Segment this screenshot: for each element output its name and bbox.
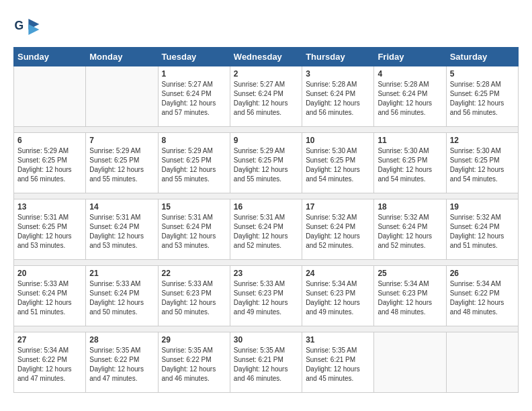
day-cell: 12Sunrise: 5:30 AM Sunset: 6:25 PM Dayli…: [446, 133, 518, 193]
day-cell: 9Sunrise: 5:29 AM Sunset: 6:25 PM Daylig…: [230, 133, 302, 193]
day-info: Sunrise: 5:28 AM Sunset: 6:25 PM Dayligh…: [450, 80, 515, 118]
day-cell: 13Sunrise: 5:31 AM Sunset: 6:25 PM Dayli…: [14, 199, 86, 260]
logo: G: [13, 13, 43, 40]
day-info: Sunrise: 5:35 AM Sunset: 6:22 PM Dayligh…: [162, 346, 226, 383]
day-number: 8: [162, 136, 226, 145]
day-number: 1: [162, 69, 226, 79]
day-cell: 7Sunrise: 5:29 AM Sunset: 6:25 PM Daylig…: [86, 133, 158, 193]
day-number: 12: [450, 136, 515, 145]
day-number: 27: [17, 335, 82, 345]
day-cell: 24Sunrise: 5:34 AM Sunset: 6:23 PM Dayli…: [302, 266, 374, 326]
day-number: 24: [306, 269, 370, 278]
day-info: Sunrise: 5:30 AM Sunset: 6:25 PM Dayligh…: [306, 146, 370, 184]
day-number: 28: [89, 335, 154, 345]
day-info: Sunrise: 5:35 AM Sunset: 6:21 PM Dayligh…: [234, 346, 298, 383]
day-number: 18: [378, 202, 442, 212]
svg-text:G: G: [15, 19, 24, 32]
day-cell: 4Sunrise: 5:28 AM Sunset: 6:24 PM Daylig…: [374, 66, 446, 127]
day-number: 2: [234, 69, 298, 79]
day-number: 9: [234, 136, 298, 145]
day-cell: [14, 66, 86, 127]
day-info: Sunrise: 5:34 AM Sunset: 6:23 PM Dayligh…: [378, 279, 442, 317]
day-info: Sunrise: 5:27 AM Sunset: 6:24 PM Dayligh…: [234, 80, 298, 118]
day-number: 11: [378, 136, 442, 145]
day-info: Sunrise: 5:28 AM Sunset: 6:24 PM Dayligh…: [378, 80, 442, 118]
day-cell: 31Sunrise: 5:35 AM Sunset: 6:21 PM Dayli…: [302, 332, 374, 393]
day-info: Sunrise: 5:35 AM Sunset: 6:21 PM Dayligh…: [306, 346, 370, 383]
day-number: 20: [17, 269, 82, 278]
day-info: Sunrise: 5:32 AM Sunset: 6:24 PM Dayligh…: [450, 213, 515, 250]
day-cell: 29Sunrise: 5:35 AM Sunset: 6:22 PM Dayli…: [158, 332, 230, 393]
separator-cell: [14, 193, 519, 199]
day-cell: 16Sunrise: 5:31 AM Sunset: 6:24 PM Dayli…: [230, 199, 302, 260]
week-row-2: 6Sunrise: 5:29 AM Sunset: 6:25 PM Daylig…: [14, 133, 519, 193]
header-cell-thursday: Thursday: [302, 48, 374, 66]
day-cell: 17Sunrise: 5:32 AM Sunset: 6:24 PM Dayli…: [302, 199, 374, 260]
day-cell: [446, 332, 518, 393]
day-cell: 21Sunrise: 5:33 AM Sunset: 6:24 PM Dayli…: [86, 266, 158, 326]
week-row-4: 20Sunrise: 5:33 AM Sunset: 6:24 PM Dayli…: [14, 266, 519, 326]
day-info: Sunrise: 5:29 AM Sunset: 6:25 PM Dayligh…: [234, 146, 298, 184]
day-info: Sunrise: 5:32 AM Sunset: 6:24 PM Dayligh…: [306, 213, 370, 250]
day-info: Sunrise: 5:31 AM Sunset: 6:24 PM Dayligh…: [234, 213, 298, 250]
page-header: G: [13, 13, 519, 40]
day-cell: 3Sunrise: 5:28 AM Sunset: 6:24 PM Daylig…: [302, 66, 374, 127]
day-number: 10: [306, 136, 370, 145]
day-cell: 28Sunrise: 5:35 AM Sunset: 6:22 PM Dayli…: [86, 332, 158, 393]
header-cell-saturday: Saturday: [446, 48, 518, 66]
day-cell: 2Sunrise: 5:27 AM Sunset: 6:24 PM Daylig…: [230, 66, 302, 127]
day-info: Sunrise: 5:33 AM Sunset: 6:24 PM Dayligh…: [89, 279, 154, 317]
day-info: Sunrise: 5:33 AM Sunset: 6:23 PM Dayligh…: [234, 279, 298, 317]
day-number: 26: [450, 269, 515, 278]
day-info: Sunrise: 5:33 AM Sunset: 6:24 PM Dayligh…: [17, 279, 82, 317]
separator-cell: [14, 326, 519, 332]
day-cell: 18Sunrise: 5:32 AM Sunset: 6:24 PM Dayli…: [374, 199, 446, 260]
day-number: 15: [162, 202, 226, 212]
day-number: 14: [89, 202, 154, 212]
day-number: 17: [306, 202, 370, 212]
day-number: 7: [89, 136, 154, 145]
day-cell: 30Sunrise: 5:35 AM Sunset: 6:21 PM Dayli…: [230, 332, 302, 393]
week-row-5: 27Sunrise: 5:34 AM Sunset: 6:22 PM Dayli…: [14, 332, 519, 393]
day-info: Sunrise: 5:30 AM Sunset: 6:25 PM Dayligh…: [450, 146, 515, 184]
day-number: 13: [17, 202, 82, 212]
calendar-table: SundayMondayTuesdayWednesdayThursdayFrid…: [13, 47, 519, 393]
separator-row: [14, 193, 519, 199]
day-number: 3: [306, 69, 370, 79]
separator-row: [14, 326, 519, 332]
header-cell-wednesday: Wednesday: [230, 48, 302, 66]
week-row-1: 1Sunrise: 5:27 AM Sunset: 6:24 PM Daylig…: [14, 66, 519, 127]
day-cell: [374, 332, 446, 393]
day-cell: 11Sunrise: 5:30 AM Sunset: 6:25 PM Dayli…: [374, 133, 446, 193]
day-info: Sunrise: 5:34 AM Sunset: 6:22 PM Dayligh…: [450, 279, 515, 317]
day-number: 16: [234, 202, 298, 212]
day-info: Sunrise: 5:34 AM Sunset: 6:22 PM Dayligh…: [17, 346, 82, 383]
day-info: Sunrise: 5:29 AM Sunset: 6:25 PM Dayligh…: [162, 146, 226, 184]
day-number: 29: [162, 335, 226, 345]
day-cell: [86, 66, 158, 127]
separator-cell: [14, 260, 519, 266]
day-cell: 5Sunrise: 5:28 AM Sunset: 6:25 PM Daylig…: [446, 66, 518, 127]
header-cell-tuesday: Tuesday: [158, 48, 230, 66]
header-row: SundayMondayTuesdayWednesdayThursdayFrid…: [14, 48, 519, 66]
day-number: 21: [89, 269, 154, 278]
day-cell: 6Sunrise: 5:29 AM Sunset: 6:25 PM Daylig…: [14, 133, 86, 193]
day-info: Sunrise: 5:31 AM Sunset: 6:25 PM Dayligh…: [17, 213, 82, 250]
day-number: 5: [450, 69, 515, 79]
separator-row: [14, 127, 519, 133]
separator-cell: [14, 127, 519, 133]
day-number: 22: [162, 269, 226, 278]
day-number: 6: [17, 136, 82, 145]
day-info: Sunrise: 5:35 AM Sunset: 6:22 PM Dayligh…: [89, 346, 154, 383]
day-info: Sunrise: 5:31 AM Sunset: 6:24 PM Dayligh…: [162, 213, 226, 250]
header-cell-sunday: Sunday: [14, 48, 86, 66]
day-number: 30: [234, 335, 298, 345]
header-cell-monday: Monday: [86, 48, 158, 66]
day-cell: 22Sunrise: 5:33 AM Sunset: 6:23 PM Dayli…: [158, 266, 230, 326]
day-cell: 19Sunrise: 5:32 AM Sunset: 6:24 PM Dayli…: [446, 199, 518, 260]
day-cell: 20Sunrise: 5:33 AM Sunset: 6:24 PM Dayli…: [14, 266, 86, 326]
separator-row: [14, 260, 519, 266]
day-cell: 27Sunrise: 5:34 AM Sunset: 6:22 PM Dayli…: [14, 332, 86, 393]
week-row-3: 13Sunrise: 5:31 AM Sunset: 6:25 PM Dayli…: [14, 199, 519, 260]
day-number: 19: [450, 202, 515, 212]
